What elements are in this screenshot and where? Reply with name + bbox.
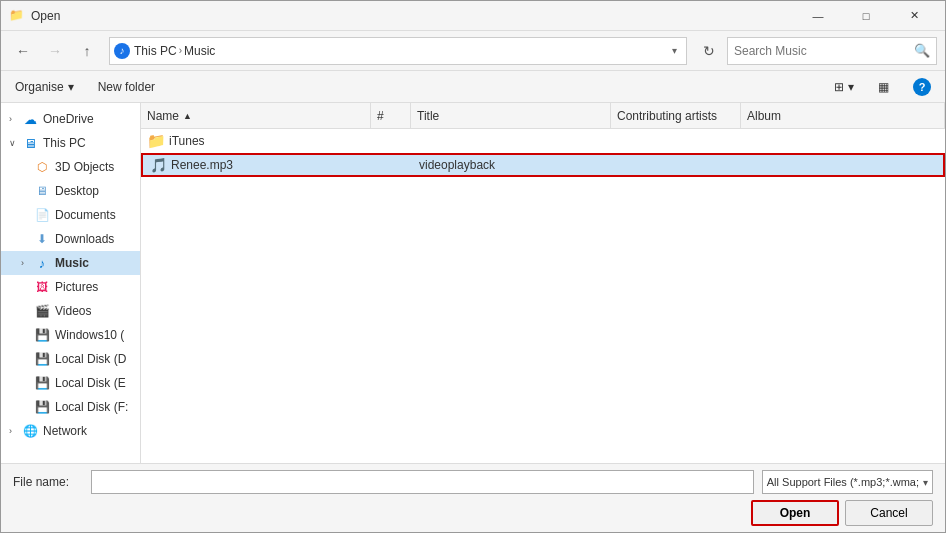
open-button[interactable]: Open <box>751 500 839 526</box>
back-button[interactable]: ← <box>9 37 37 65</box>
locald-icon: 💾 <box>33 351 51 367</box>
folder-icon: 📁 <box>147 133 165 149</box>
title-text: Open <box>31 9 60 23</box>
view-dropdown: ▾ <box>848 80 854 94</box>
organise-button[interactable]: Organise ▾ <box>9 78 80 96</box>
filename-label: File name: <box>13 475 83 489</box>
window-controls: — □ ✕ <box>795 1 937 31</box>
col-album-label: Album <box>747 109 781 123</box>
localf-icon: 💾 <box>33 399 51 415</box>
preview-icon: ▦ <box>878 80 889 94</box>
col-header-contributing[interactable]: Contributing artists <box>611 103 741 128</box>
search-input[interactable] <box>734 44 910 58</box>
bottom-bar: File name: All Support Files (*.mp3;*.wm… <box>1 463 945 532</box>
file-number-cell <box>373 155 413 175</box>
sidebar-item-label: Local Disk (D <box>55 352 126 366</box>
documents-icon: 📄 <box>33 207 51 223</box>
col-contributing-label: Contributing artists <box>617 109 717 123</box>
sidebar-item-music[interactable]: › ♪ Music <box>1 251 140 275</box>
locale-icon: 💾 <box>33 375 51 391</box>
music-icon: ♪ <box>33 255 51 271</box>
filetype-container[interactable]: All Support Files (*.mp3;*.wma; ▾ <box>762 470 933 494</box>
cancel-button[interactable]: Cancel <box>845 500 933 526</box>
col-header-number[interactable]: # <box>371 103 411 128</box>
file-pane: Name ▲ # Title Contributing artists Albu… <box>141 103 945 463</box>
sidebar-item-locale[interactable]: 💾 Local Disk (E <box>1 371 140 395</box>
col-header-album[interactable]: Album <box>741 103 945 128</box>
sidebar: › ☁ OneDrive ∨ 🖥 This PC ⬡ 3D Objects 🖥 … <box>1 103 141 463</box>
address-part1: This PC <box>134 44 177 58</box>
title-bar: 📁 Open — □ ✕ <box>1 1 945 31</box>
new-folder-button[interactable]: New folder <box>92 78 161 96</box>
col-number-label: # <box>377 109 384 123</box>
sidebar-item-label: Videos <box>55 304 91 318</box>
address-bar[interactable]: ♪ This PC › Music ▾ <box>109 37 687 65</box>
col-header-title[interactable]: Title <box>411 103 611 128</box>
filetype-dropdown-arrow: ▾ <box>923 477 928 488</box>
sidebar-item-locald[interactable]: 💾 Local Disk (D <box>1 347 140 371</box>
sort-arrow-name: ▲ <box>183 111 192 121</box>
file-album-cell <box>743 155 943 175</box>
file-title-cell: videoplayback <box>413 155 613 175</box>
sidebar-item-3dobjects[interactable]: ⬡ 3D Objects <box>1 155 140 179</box>
file-number-cell <box>371 129 411 153</box>
sidebar-item-label: OneDrive <box>43 112 94 126</box>
filetype-text: All Support Files (*.mp3;*.wma; <box>767 476 919 488</box>
network-icon: 🌐 <box>21 423 39 439</box>
onedrive-icon: ☁ <box>21 111 39 127</box>
forward-button[interactable]: → <box>41 37 69 65</box>
close-button[interactable]: ✕ <box>891 1 937 31</box>
search-box: 🔍 <box>727 37 937 65</box>
sidebar-item-label: Pictures <box>55 280 98 294</box>
3dobjects-icon: ⬡ <box>33 159 51 175</box>
address-part2: Music <box>184 44 215 58</box>
expand-arrow: ∨ <box>9 138 21 148</box>
file-album-cell <box>741 129 945 153</box>
preview-pane-button[interactable]: ▦ <box>872 78 895 96</box>
file-name-cell: 📁 iTunes <box>141 129 371 153</box>
minimize-button[interactable]: — <box>795 1 841 31</box>
music-file-icon: 🎵 <box>149 157 167 173</box>
col-header-name[interactable]: Name ▲ <box>141 103 371 128</box>
sidebar-item-label: Local Disk (F: <box>55 400 128 414</box>
pictures-icon: 🖼 <box>33 279 51 295</box>
sidebar-item-onedrive[interactable]: › ☁ OneDrive <box>1 107 140 131</box>
title-icon: 📁 <box>9 8 25 24</box>
address-dropdown-arrow[interactable]: ▾ <box>666 45 682 56</box>
file-name-cell: 🎵 Renee.mp3 <box>143 155 373 175</box>
downloads-icon: ⬇ <box>33 231 51 247</box>
file-name: iTunes <box>169 134 205 148</box>
up-button[interactable]: ↑ <box>73 37 101 65</box>
table-row[interactable]: 📁 iTunes <box>141 129 945 153</box>
sidebar-item-downloads[interactable]: ⬇ Downloads <box>1 227 140 251</box>
toolbar: ← → ↑ ♪ This PC › Music ▾ ↻ 🔍 <box>1 31 945 71</box>
sidebar-item-desktop[interactable]: 🖥 Desktop <box>1 179 140 203</box>
sidebar-item-label: Music <box>55 256 89 270</box>
sidebar-item-label: Network <box>43 424 87 438</box>
col-name-label: Name <box>147 109 179 123</box>
address-path: This PC › Music <box>134 44 662 58</box>
desktop-icon: 🖥 <box>33 183 51 199</box>
file-name: Renee.mp3 <box>171 158 233 172</box>
filename-input[interactable] <box>91 470 754 494</box>
help-icon: ? <box>913 78 931 96</box>
buttons-row: Open Cancel <box>13 500 933 526</box>
sidebar-item-windows10[interactable]: 💾 Windows10 ( <box>1 323 140 347</box>
expand-arrow: › <box>9 114 21 124</box>
file-contributing-cell <box>611 129 741 153</box>
sidebar-item-pictures[interactable]: 🖼 Pictures <box>1 275 140 299</box>
maximize-button[interactable]: □ <box>843 1 889 31</box>
sidebar-item-network[interactable]: › 🌐 Network <box>1 419 140 443</box>
file-title-cell <box>411 129 611 153</box>
action-bar: Organise ▾ New folder ⊞ ▾ ▦ ? <box>1 71 945 103</box>
refresh-button[interactable]: ↻ <box>695 37 723 65</box>
view-button[interactable]: ⊞ ▾ <box>828 78 860 96</box>
sidebar-item-documents[interactable]: 📄 Documents <box>1 203 140 227</box>
sidebar-item-label: Local Disk (E <box>55 376 126 390</box>
sidebar-item-label: Windows10 ( <box>55 328 124 342</box>
table-row[interactable]: 🎵 Renee.mp3 videoplayback <box>141 153 945 177</box>
sidebar-item-thispc[interactable]: ∨ 🖥 This PC <box>1 131 140 155</box>
help-button[interactable]: ? <box>907 76 937 98</box>
sidebar-item-videos[interactable]: 🎬 Videos <box>1 299 140 323</box>
sidebar-item-localf[interactable]: 💾 Local Disk (F: <box>1 395 140 419</box>
